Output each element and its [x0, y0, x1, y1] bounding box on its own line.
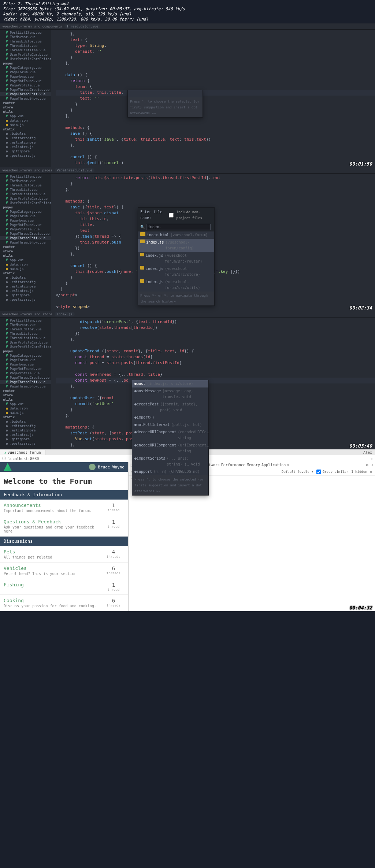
tree-item[interactable]: .gitignore — [0, 293, 51, 297]
crumb[interactable]: src — [34, 168, 40, 172]
category-name[interactable]: Pets — [4, 549, 103, 554]
tree-item[interactable]: TheNavbar.vue — [0, 35, 51, 39]
suggest-row[interactable]: ● importScripts(... urls: string) (… voi… — [132, 455, 208, 468]
crumb[interactable]: vueschool-forum — [2, 168, 32, 172]
tree-item[interactable]: PageForum.vue — [0, 358, 51, 362]
search-everywhere-popup[interactable]: Enter file name: Include non-project fil… — [138, 207, 215, 306]
suggest-row[interactable]: ● import() — [132, 414, 208, 421]
suggest-row[interactable]: index.js(vueschool-forum/src/router) — [138, 252, 214, 265]
suggest-row[interactable]: index.js(vueschool-forum/src/store) — [138, 265, 214, 278]
tree-item[interactable]: ThreadListItem.vue — [0, 192, 51, 196]
file-tree[interactable]: PostListItem.vueTheNavbar.vueThreadEdito… — [0, 318, 51, 449]
category-row[interactable]: AnnouncementsImportant announcements abo… — [0, 500, 128, 516]
tree-item[interactable]: PageThreadEdit.vue — [0, 92, 51, 96]
settings-icon[interactable]: ⚙ — [366, 463, 368, 467]
tree-item[interactable]: ThreadList.vue — [0, 331, 51, 336]
suggest-row[interactable]: index.js(vueschool-forum/src/utils) — [138, 278, 214, 292]
crumb[interactable]: src — [34, 312, 40, 316]
intellisense-popup[interactable]: ● post(index.js, src/store)● postMessage… — [132, 380, 209, 496]
intellisense-popup[interactable]: Press ⌃. to choose the selected (or firs… — [127, 90, 203, 118]
logo-icon[interactable] — [4, 463, 12, 471]
tree-item[interactable]: pages — [0, 349, 51, 353]
tree-item[interactable]: .editorconfig — [0, 280, 51, 284]
tree-item[interactable]: ThreadListItem.vue — [0, 336, 51, 340]
suggest-row[interactable] — [128, 90, 203, 97]
tree-item[interactable]: UserProfileCard.vue — [0, 340, 51, 345]
tree-item[interactable]: UserProfileCard.vue — [0, 52, 51, 57]
code-editor[interactable]: }, text: { type: String, default: '' } }… — [51, 30, 375, 167]
devtools-tab[interactable]: » — [286, 462, 290, 468]
log-levels[interactable]: Default levels ▾ — [282, 470, 313, 474]
code-editor[interactable]: dispatch('createPost', {text, threadId})… — [51, 318, 375, 449]
tree-item[interactable]: static — [0, 127, 51, 131]
suggest-row[interactable]: index.js(vueschool-forum/config) — [138, 239, 214, 252]
devtools-tab[interactable]: Performance — [220, 462, 246, 468]
tree-item[interactable]: PageThreadShow.vue — [0, 384, 51, 389]
suggest-row[interactable]: ● support(□, □) (CHANGELOG.md) — [132, 468, 208, 475]
tree-item[interactable]: ThreadEditor.vue — [0, 327, 51, 331]
tree-item[interactable]: router — [0, 245, 51, 249]
tree-item[interactable]: PostListItem.vue — [0, 30, 51, 35]
tree-item[interactable]: App.vue — [0, 114, 51, 118]
tree-item[interactable]: PageNotFound.vue — [0, 79, 51, 83]
tree-item[interactable]: .eslintignore — [0, 140, 51, 145]
tree-item[interactable]: .gitignore — [0, 149, 51, 153]
suggest-row[interactable]: index.html(vueschool-forum) — [138, 231, 214, 239]
tree-item[interactable]: TheNavbar.vue — [0, 179, 51, 183]
tree-item[interactable]: PageHome.vue — [0, 218, 51, 223]
tree-item[interactable]: PostListItem.vue — [0, 174, 51, 179]
tree-item[interactable]: .babelrc — [0, 419, 51, 424]
tree-item[interactable]: ThreadEditor.vue — [0, 183, 51, 188]
tree-item[interactable]: .gitignore — [0, 437, 51, 441]
tree-item[interactable]: .eslintrc.js — [0, 145, 51, 149]
tree-item[interactable]: TheNavbar.vue — [0, 323, 51, 327]
tree-item[interactable]: ThreadEditor.vue — [0, 39, 51, 44]
tree-item[interactable]: UserProfileCardEditor.vue — [0, 201, 51, 205]
tree-item[interactable]: PageNotFound.vue — [0, 367, 51, 371]
tree-item[interactable]: data.json — [0, 118, 51, 123]
tree-item[interactable]: PageThreadShow.vue — [0, 96, 51, 101]
tree-item[interactable]: PageThreadCreate.vue — [0, 375, 51, 380]
tree-item[interactable]: PageProfile.vue — [0, 83, 51, 88]
tree-item[interactable]: PageThreadCreate.vue — [0, 88, 51, 92]
tree-item[interactable]: router — [0, 101, 51, 105]
tree-item[interactable]: PageThreadEdit.vue — [0, 236, 51, 240]
category-row[interactable]: VehiclesPetrol head? This is your sectio… — [0, 563, 128, 579]
crumb[interactable]: store — [42, 312, 52, 316]
suggest-row[interactable]: ● hotPollInterval(poll.js, hot) — [132, 421, 208, 429]
tree-item[interactable]: main.js — [0, 411, 51, 415]
tree-item[interactable]: utils — [0, 253, 51, 258]
file-tree[interactable]: PostListItem.vueTheNavbar.vueThreadEdito… — [0, 174, 51, 311]
tree-item[interactable]: App.vue — [0, 402, 51, 406]
tree-item[interactable]: .babelrc — [0, 131, 51, 136]
tree-item[interactable]: main.js — [0, 267, 51, 271]
tree-item[interactable]: data.json — [0, 406, 51, 411]
crumb-file[interactable]: index.js — [55, 312, 75, 316]
tree-item[interactable]: router — [0, 389, 51, 393]
tree-item[interactable]: PageProfile.vue — [0, 371, 51, 375]
tree-item[interactable]: App.vue — [0, 258, 51, 262]
search-input[interactable] — [146, 224, 211, 230]
tree-item[interactable]: PageHome.vue — [0, 362, 51, 367]
category-name[interactable]: Vehicles — [4, 565, 103, 571]
settings-icon[interactable]: ⚙ — [370, 470, 372, 474]
crumb[interactable]: src — [34, 25, 40, 28]
tree-item[interactable]: pages — [0, 205, 51, 209]
tree-item[interactable]: pages — [0, 61, 51, 66]
tree-item[interactable]: .eslintrc.js — [0, 433, 51, 437]
tree-item[interactable]: .eslintignore — [0, 428, 51, 433]
tree-item[interactable]: UserProfileCard.vue — [0, 196, 51, 201]
tree-item[interactable]: PageThreadEdit.vue — [0, 380, 51, 384]
devtools-tab[interactable]: Memory — [246, 462, 261, 468]
browser-tab[interactable]: vueschool-forum — [0, 450, 45, 455]
code-editor[interactable]: return this.$store.state.posts[this.thre… — [51, 174, 375, 311]
tree-item[interactable]: .eslintrc.js — [0, 289, 51, 293]
tree-item[interactable]: PageNotFound.vue — [0, 223, 51, 227]
suggest-row[interactable]: ● postMessage(message: any, transfe… voi… — [132, 387, 208, 401]
tree-item[interactable]: .postcssrc.js — [0, 297, 51, 302]
tree-item[interactable]: PageForum.vue — [0, 70, 51, 74]
category-row[interactable]: CookingDiscuss your passion for food and… — [0, 595, 128, 611]
crumb[interactable]: vueschool-forum — [2, 25, 32, 28]
tree-item[interactable]: .postcssrc.js — [0, 441, 51, 446]
crumb[interactable]: vueschool-forum — [2, 312, 32, 316]
